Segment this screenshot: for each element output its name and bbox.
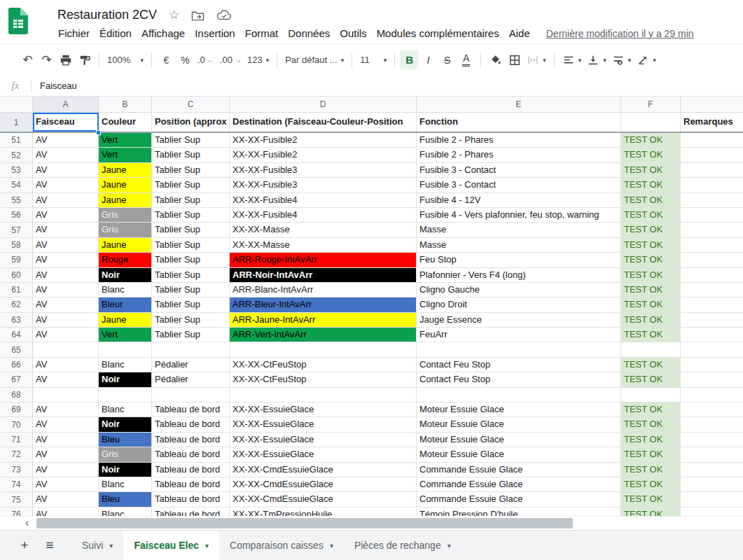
cell-B64[interactable]: Vert: [99, 328, 152, 342]
cell-F70[interactable]: TEST OK: [621, 417, 681, 432]
cell-D60[interactable]: ARR-Noir-IntAvArr: [230, 268, 417, 283]
cell-B56[interactable]: Gris: [99, 208, 152, 223]
cell-G76[interactable]: [681, 507, 743, 516]
selection-fill-handle[interactable]: [96, 130, 101, 135]
cell-F74[interactable]: TEST OK: [621, 477, 681, 492]
cell-A70[interactable]: AV: [33, 417, 99, 432]
menu-donn-es[interactable]: Données: [283, 26, 335, 41]
cell-C75[interactable]: Tableau de bord: [152, 492, 230, 507]
cell-B75[interactable]: Bleu: [99, 492, 152, 507]
cell-G70[interactable]: [681, 417, 743, 432]
row-number-1[interactable]: 1: [0, 113, 33, 132]
cell-E76[interactable]: Témoin Pression D'huile: [417, 507, 621, 516]
row-number-65[interactable]: 65: [0, 342, 33, 357]
cell-B73[interactable]: Noir: [99, 463, 152, 477]
cell-A61[interactable]: AV: [33, 283, 99, 298]
cell-E56[interactable]: Fusible 4 - Vers plafonnier, feu stop, w…: [417, 208, 621, 223]
menu-format[interactable]: Format: [240, 26, 284, 41]
cell-E73[interactable]: Commande Essuie Glace: [417, 463, 621, 477]
cell-B72[interactable]: Gris: [99, 447, 152, 462]
cell-A59[interactable]: AV: [33, 253, 99, 267]
cell-D68[interactable]: [230, 388, 417, 402]
redo-button[interactable]: ↷: [37, 50, 56, 69]
row-number-62[interactable]: 62: [0, 298, 33, 312]
row-number-68[interactable]: 68: [0, 388, 33, 402]
row-number-74[interactable]: 74: [0, 477, 33, 492]
cell-B66[interactable]: Blanc: [99, 358, 152, 372]
cell-D61[interactable]: ARR-Blanc-IntAvArr: [230, 283, 417, 298]
cell-A65[interactable]: [33, 342, 99, 357]
formula-input[interactable]: Faisceau: [40, 80, 743, 91]
cell-D51[interactable]: XX-XX-Fusible2: [230, 133, 417, 148]
row-number-72[interactable]: 72: [0, 447, 33, 462]
row-number-76[interactable]: 76: [0, 507, 33, 516]
cell-E72[interactable]: Moteur Essuie Glace: [417, 447, 621, 462]
cell-F53[interactable]: TEST OK: [621, 163, 681, 178]
cell-A74[interactable]: AV: [33, 477, 99, 492]
row-number-64[interactable]: 64: [0, 328, 33, 342]
cell-B52[interactable]: Vert: [99, 148, 152, 162]
row-number-61[interactable]: 61: [0, 283, 33, 298]
cell-E66[interactable]: Contact Feu Stop: [417, 358, 621, 372]
cell-G54[interactable]: [681, 178, 743, 192]
row-number-63[interactable]: 63: [0, 313, 33, 328]
cell-C76[interactable]: Tableau de bord: [152, 507, 230, 516]
cell-G53[interactable]: [681, 163, 743, 178]
sheet-tab-pi-ces-de-rechange[interactable]: Pièces de rechange▾: [344, 531, 461, 560]
column-header-A[interactable]: A: [33, 97, 99, 113]
row-number-54[interactable]: 54: [0, 178, 33, 192]
sheet-tab-comparaison-caisses[interactable]: Comparaison caisses▾: [219, 531, 344, 560]
scrollbar-thumb[interactable]: [36, 518, 573, 528]
cell-C57[interactable]: Tablier Sup: [152, 223, 230, 237]
cell-G64[interactable]: [681, 328, 743, 342]
cell-C61[interactable]: Tablier Sup: [152, 283, 230, 298]
row-number-60[interactable]: 60: [0, 268, 33, 283]
cell-A1-selected[interactable]: Faisceau: [33, 113, 99, 132]
cell-C51[interactable]: Tablier Sup: [152, 133, 230, 148]
cell-G74[interactable]: [681, 477, 743, 492]
cell-F67[interactable]: TEST OK: [621, 372, 681, 387]
cell-F64[interactable]: TEST OK: [621, 328, 681, 342]
column-header-D[interactable]: D: [230, 97, 417, 113]
cell-A62[interactable]: AV: [33, 298, 99, 312]
cell-B60[interactable]: Noir: [99, 268, 152, 283]
row-number-71[interactable]: 71: [0, 433, 33, 447]
cell-E63[interactable]: Jauge Essence: [417, 313, 621, 328]
cell-D72[interactable]: XX-XX-EssuieGlace: [230, 447, 417, 462]
menu--dition[interactable]: Édition: [95, 26, 137, 41]
cell-F68[interactable]: [621, 388, 681, 402]
cell-E74[interactable]: Commande Essuie Glace: [417, 477, 621, 492]
cell-E51[interactable]: Fusible 2 - Phares: [417, 133, 621, 148]
cell-C73[interactable]: Tableau de bord: [152, 463, 230, 477]
borders-button[interactable]: [505, 50, 524, 69]
cell-B71[interactable]: Bleu: [99, 433, 152, 447]
cell-A68[interactable]: [33, 388, 99, 402]
cell-A71[interactable]: AV: [33, 433, 99, 447]
cell-C63[interactable]: Tablier Sup: [152, 313, 230, 328]
cell-D56[interactable]: XX-XX-Fusible4: [230, 208, 417, 223]
cell-E55[interactable]: Fusible 4 - 12V: [417, 193, 621, 208]
cell-A73[interactable]: AV: [33, 463, 99, 477]
italic-button[interactable]: I: [419, 50, 438, 69]
format-percent-button[interactable]: %: [176, 50, 195, 69]
scroll-left-icon[interactable]: ‹: [25, 517, 29, 529]
cell-A56[interactable]: AV: [33, 208, 99, 223]
merge-cells-button[interactable]: ▾: [524, 50, 549, 69]
cell-B68[interactable]: [99, 388, 152, 402]
cell-F57[interactable]: TEST OK: [621, 223, 681, 237]
cell-D75[interactable]: XX-XX-CmdEssuieGlace: [230, 492, 417, 507]
cell-B51[interactable]: Vert: [99, 133, 152, 148]
cell-B63[interactable]: Jaune: [99, 313, 152, 328]
undo-button[interactable]: ↶: [18, 50, 37, 69]
cell-B58[interactable]: Jaune: [99, 238, 152, 253]
cell-G51[interactable]: [681, 133, 743, 148]
cell-D65[interactable]: [230, 342, 417, 357]
cell-F75[interactable]: TEST OK: [621, 492, 681, 507]
cell-A75[interactable]: AV: [33, 492, 99, 507]
column-header-G[interactable]: [681, 97, 743, 113]
cell-D57[interactable]: XX-XX-Masse: [230, 223, 417, 237]
cell-G67[interactable]: [681, 372, 743, 387]
column-header-B[interactable]: B: [99, 97, 152, 113]
cell-G68[interactable]: [681, 388, 743, 402]
cell-F76[interactable]: TEST OK: [621, 507, 681, 516]
